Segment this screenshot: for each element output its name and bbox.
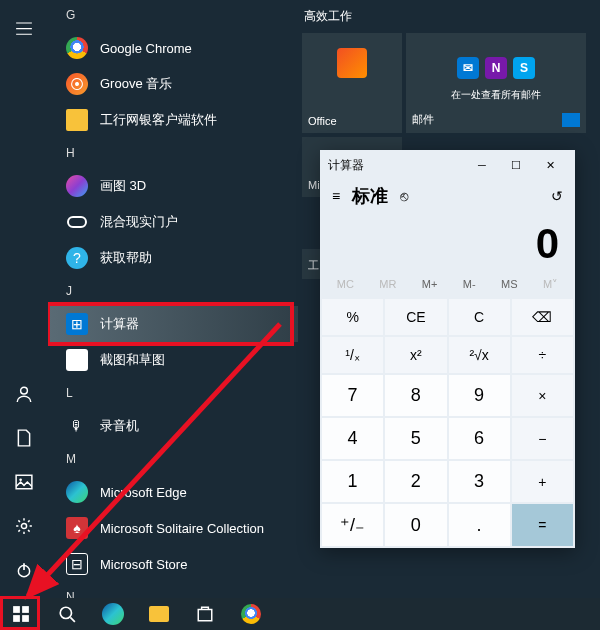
svg-rect-6	[22, 606, 29, 613]
key-minus[interactable]: −	[512, 418, 573, 459]
app-label: 录音机	[100, 417, 139, 435]
tile-mail[interactable]: ✉ N S 在一处查看所有邮件 邮件	[406, 33, 586, 133]
key-9[interactable]: 9	[449, 375, 510, 416]
svg-rect-8	[22, 615, 29, 622]
key-3[interactable]: 3	[449, 461, 510, 502]
key-square[interactable]: x²	[385, 337, 446, 373]
calc-mode[interactable]: 标准	[352, 184, 388, 208]
svg-point-0	[21, 387, 28, 394]
calculator-titlebar[interactable]: 计算器 ─ ☐ ✕	[320, 150, 575, 180]
mem-mr[interactable]: MR	[375, 276, 400, 293]
onenote-icon: N	[485, 57, 507, 79]
key-percent[interactable]: %	[322, 299, 383, 335]
key-5[interactable]: 5	[385, 418, 446, 459]
calc-menu-icon[interactable]: ≡	[332, 188, 340, 204]
mail-corner-icon	[562, 113, 580, 127]
key-decimal[interactable]: .	[449, 504, 510, 546]
group-header-j[interactable]: J	[48, 276, 298, 306]
app-mixed-reality[interactable]: 混合现实门户	[48, 204, 298, 240]
mem-mplus[interactable]: M+	[418, 276, 442, 293]
calculator-window: 计算器 ─ ☐ ✕ ≡ 标准 ⎋ ↺ 0 MC MR M+ M- MS M˅ %…	[320, 150, 575, 548]
mem-mlist[interactable]: M˅	[539, 276, 562, 293]
key-sqrt[interactable]: ²√x	[449, 337, 510, 373]
key-reciprocal[interactable]: ¹/ₓ	[322, 337, 383, 373]
key-plus[interactable]: +	[512, 461, 573, 502]
calc-display: 0	[320, 212, 575, 272]
group-header-m[interactable]: M	[48, 444, 298, 474]
settings-icon[interactable]	[4, 506, 44, 546]
calculator-icon: ⊞	[66, 313, 88, 335]
mr-icon	[66, 211, 88, 233]
key-4[interactable]: 4	[322, 418, 383, 459]
taskbar-chrome[interactable]	[232, 598, 270, 630]
app-microsoft-store[interactable]: ⊟Microsoft Store	[48, 546, 298, 582]
key-8[interactable]: 8	[385, 375, 446, 416]
app-label: 截图和草图	[100, 351, 165, 369]
app-google-chrome[interactable]: Google Chrome	[48, 30, 298, 66]
pictures-icon[interactable]	[4, 462, 44, 502]
app-label: Groove 音乐	[100, 75, 172, 93]
group-header-l[interactable]: L	[48, 378, 298, 408]
app-snip-sketch[interactable]: ✂截图和草图	[48, 342, 298, 378]
group-header-h[interactable]: H	[48, 138, 298, 168]
tiles-group-header[interactable]: 高效工作	[298, 0, 600, 33]
skype-icon: S	[513, 57, 535, 79]
mem-mminus[interactable]: M-	[459, 276, 480, 293]
app-calculator[interactable]: ⊞计算器	[48, 306, 298, 342]
key-7[interactable]: 7	[322, 375, 383, 416]
app-icbc[interactable]: 工行网银客户端软件	[48, 102, 298, 138]
group-header-n[interactable]: N	[48, 582, 298, 598]
calc-keypad: % CE C ⌫ ¹/ₓ x² ²√x ÷ 7 8 9 × 4 5 6 − 1 …	[320, 297, 575, 548]
app-label: 计算器	[100, 315, 139, 333]
scissors-icon: ✂	[66, 349, 88, 371]
app-label: Microsoft Store	[100, 557, 187, 572]
app-label: Microsoft Solitaire Collection	[100, 521, 264, 536]
app-voice-recorder[interactable]: 🎙录音机	[48, 408, 298, 444]
start-button[interactable]	[2, 598, 40, 630]
key-0[interactable]: 0	[385, 504, 446, 546]
app-solitaire[interactable]: ♠Microsoft Solitaire Collection	[48, 510, 298, 546]
key-2[interactable]: 2	[385, 461, 446, 502]
mem-mc[interactable]: MC	[333, 276, 358, 293]
documents-icon[interactable]	[4, 418, 44, 458]
minimize-button[interactable]: ─	[465, 150, 499, 180]
chrome-icon	[66, 37, 88, 59]
user-icon[interactable]	[4, 374, 44, 414]
history-icon[interactable]: ↺	[551, 188, 563, 204]
taskbar-store[interactable]	[186, 598, 224, 630]
microphone-icon: 🎙	[66, 415, 88, 437]
taskbar-edge[interactable]	[94, 598, 132, 630]
mail-subtitle: 在一处查看所有邮件	[412, 88, 580, 102]
svg-rect-7	[13, 615, 20, 622]
key-1[interactable]: 1	[322, 461, 383, 502]
help-icon: ?	[66, 247, 88, 269]
key-divide[interactable]: ÷	[512, 337, 573, 373]
maximize-button[interactable]: ☐	[499, 150, 533, 180]
tile-office[interactable]: Office	[302, 33, 402, 133]
svg-rect-10	[198, 610, 212, 621]
taskbar-explorer[interactable]	[140, 598, 178, 630]
key-negate[interactable]: ⁺/₋	[322, 504, 383, 546]
app-groove-music[interactable]: ⦿Groove 音乐	[48, 66, 298, 102]
app-microsoft-edge[interactable]: Microsoft Edge	[48, 474, 298, 510]
office-icon	[337, 48, 367, 78]
close-button[interactable]: ✕	[533, 150, 567, 180]
group-header-g[interactable]: G	[48, 0, 298, 30]
pin-icon[interactable]: ⎋	[400, 188, 408, 204]
key-ce[interactable]: CE	[385, 299, 446, 335]
tile-label: Office	[308, 115, 396, 127]
hamburger-icon[interactable]	[4, 8, 44, 48]
mem-ms[interactable]: MS	[497, 276, 522, 293]
solitaire-icon: ♠	[66, 517, 88, 539]
app-get-help[interactable]: ?获取帮助	[48, 240, 298, 276]
key-multiply[interactable]: ×	[512, 375, 573, 416]
power-icon[interactable]	[4, 550, 44, 590]
key-6[interactable]: 6	[449, 418, 510, 459]
key-backspace[interactable]: ⌫	[512, 299, 573, 335]
app-label: 工行网银客户端软件	[100, 111, 217, 129]
key-c[interactable]: C	[449, 299, 510, 335]
app-paint-3d[interactable]: 画图 3D	[48, 168, 298, 204]
svg-point-3	[21, 523, 26, 528]
search-icon[interactable]	[48, 598, 86, 630]
key-equals[interactable]: =	[512, 504, 573, 546]
